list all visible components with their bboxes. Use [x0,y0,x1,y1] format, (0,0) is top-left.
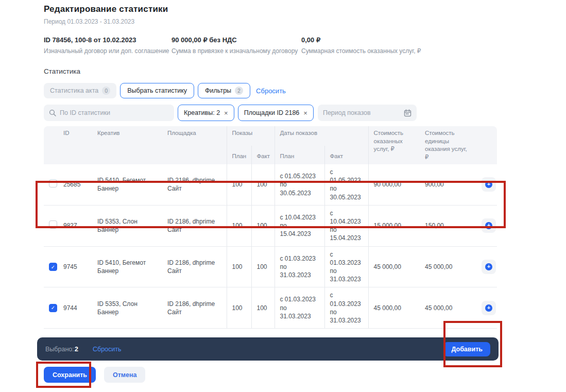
row-shows-fact: 100 [251,287,275,329]
row-id: 9827 [58,205,92,246]
search-box [44,105,174,121]
header-dates-plan: План [275,146,324,164]
row-cost: 45 000,00 [368,287,420,329]
filter-chip-creatives-label: Креативы: 2 [184,109,220,116]
period-placeholder: Период показов [323,109,371,116]
remove-chip-icon[interactable]: × [224,109,228,117]
page-title: Редактирование статистики [44,4,497,14]
filters-button[interactable]: Фильтры 2 [198,83,250,98]
period-datepicker[interactable]: Период показов [318,105,417,121]
row-platform: ID 2186, dhprimeСайт [162,287,227,329]
stats-controls-row: Статистика акта 0 Выбрать статистику Фил… [44,83,497,98]
row-platform: ID 2186, dhprimeСайт [162,205,227,246]
header-creative: Креатив [92,126,162,164]
row-creative: ID 5410, БегемотБаннер [92,164,162,205]
act-statistics-count-badge: 0 [102,87,110,95]
add-button[interactable]: Добавить [443,342,490,356]
row-platform: ID 2186, dhprimeСайт [162,246,227,287]
contract-sum-label: Сумма в привязке к изначальному договору [171,47,301,55]
statistics-heading: Статистика [44,67,497,75]
row-unit-cost: 150,00 [420,205,476,246]
row-shows-fact: 100 [251,205,275,246]
header-actions-col [476,126,497,164]
header-dates: Даты показов [275,126,368,146]
table-body: 25685ID 5410, БегемотБаннерID 2186, dhpr… [44,164,497,329]
search-icon [49,109,56,116]
act-statistics-tab[interactable]: Статистика акта 0 [44,83,116,98]
row-checkbox[interactable] [49,179,57,188]
row-actions-cell: + [476,205,497,246]
contract-info-item: 0,00 ₽ Суммарная стоимость оказанных усл… [301,36,497,55]
row-actions-cell: + [476,164,497,205]
filter-chip-platforms[interactable]: Площадки ID 2186 × [238,105,314,121]
header-id: ID [58,126,92,164]
row-shows-fact: 100 [251,246,275,287]
plus-icon: + [485,263,492,270]
row-id: 9744 [58,287,92,329]
row-dates-fact: с 01.05.2023по 30.05.2023 [324,164,368,205]
row-checkbox-cell: ✓ [44,287,58,329]
contract-id-value: ID 78456, 100-8 от 10.02.2023 [44,36,171,44]
selection-bar: Выбрано: 2 Сбросить Добавить [37,337,499,361]
row-dates-plan: с 01.03.2023по 31.03.2023 [275,287,324,329]
remove-chip-icon[interactable]: × [303,109,307,117]
header-shows-fact: Факт [251,146,275,164]
header-shows-plan: План [227,146,251,164]
row-shows-plan: 100 [227,205,251,246]
table-row: ✓9745ID 5410, БегемотБаннерID 2186, dhpr… [44,246,497,287]
cancel-button[interactable]: Отмена [104,367,146,383]
row-unit-cost: 45 000,00 [420,287,476,329]
main-content: Редактирование статистики Период 01.03.2… [44,4,497,329]
row-cost: 45 000,00 [368,246,420,287]
row-dates-fact: с 01.03.2023по 31.03.2023 [324,287,368,329]
select-statistics-button[interactable]: Выбрать статистику [120,83,194,98]
selection-reset-link[interactable]: Сбросить [93,346,122,353]
header-unit-cost: Стоимость единицы оказания услуг, ₽ [420,126,476,164]
row-platform: ID 2186, dhprimeСайт [162,164,227,205]
row-checkbox[interactable]: ✓ [49,304,57,312]
row-id: 9745 [58,246,92,287]
expand-row-button[interactable]: + [482,218,496,233]
row-checkbox-cell [44,164,58,205]
header-platform: Площадка [162,126,227,164]
search-input[interactable] [60,109,169,116]
search-filter-row: Креативы: 2 × Площадки ID 2186 × Период … [44,105,497,121]
save-button[interactable]: Сохранить [44,367,96,383]
row-actions-cell: + [476,287,497,329]
row-cost: 15 000,00 [368,205,420,246]
table-header: ID Креатив Площадка Показы Даты показов … [44,126,497,164]
row-dates-plan: с 01.03.2023по 31.03.2023 [275,246,324,287]
selected-count: 2 [75,345,78,353]
expand-row-button[interactable]: + [482,301,496,315]
select-statistics-label: Выбрать статистику [127,87,187,94]
row-dates-plan: с 01.05.2023по 30.05.2023 [275,164,324,205]
expand-row-button[interactable]: + [482,260,496,274]
row-checkbox-cell [44,205,58,246]
row-id: 25685 [58,164,92,205]
reset-filters-link[interactable]: Сбросить [256,87,286,95]
row-creative: ID 5353, СлонБаннер [92,287,162,329]
plus-icon: + [485,222,492,229]
footer-actions: Сохранить Отмена [44,367,145,383]
filters-count-badge: 2 [235,87,243,95]
plus-icon: + [485,181,492,188]
row-checkbox[interactable] [49,220,57,229]
act-statistics-label: Статистика акта [50,87,98,94]
row-unit-cost: 45 000,00 [420,246,476,287]
filter-chip-creatives[interactable]: Креативы: 2 × [178,105,234,121]
header-checkbox-col [44,126,58,164]
contract-info-item: 90 000,00 ₽ без НДС Сумма в привязке к и… [171,36,301,55]
page-period: Период 01.03.2023 - 31.03.2023 [44,18,497,25]
row-shows-fact: 100 [251,164,275,205]
header-shows: Показы [227,126,275,146]
expand-row-button[interactable]: + [482,177,496,192]
row-creative: ID 5353, СлонБаннер [92,205,162,246]
contract-info-row: ID 78456, 100-8 от 10.02.2023 Изначальны… [44,36,497,55]
services-total-label: Суммарная стоимость оказанных услуг, ₽ [301,47,497,55]
row-creative: ID 5410, БегемотБаннер [92,246,162,287]
row-actions-cell: + [476,246,497,287]
contract-id-label: Изначальный договор или доп. соглашение [44,47,171,55]
table-row: ✓9744ID 5353, СлонБаннерID 2186, dhprime… [44,287,497,329]
row-dates-fact: с 10.04.2023по 15.04.2023 [324,205,368,246]
row-checkbox[interactable]: ✓ [49,263,57,271]
